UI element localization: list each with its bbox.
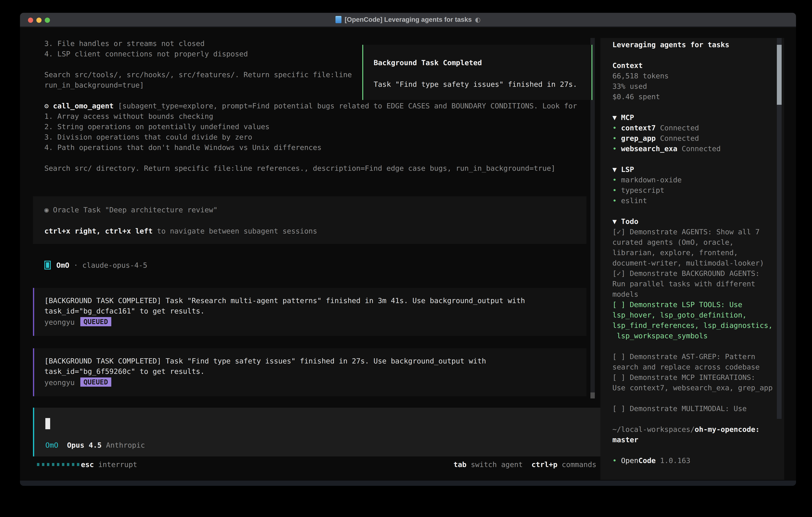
lsp-name: typescript [621,186,664,194]
mcp-item: • grep_app Connected [612,133,784,143]
todo-line: search and replace across codebase [612,362,784,372]
chevron-down-icon: ▼ [612,113,621,121]
lsp-item: • typescript [612,185,784,195]
todo-heading: Todo [621,217,638,225]
window-bottom-edge [20,481,796,486]
close-window-button[interactable] [28,18,33,23]
task-result-meta: yeongyuQUEUED [45,377,111,388]
todo-line: Use context7, websearch_exa, grep_app [612,383,784,393]
minimize-window-button[interactable] [36,18,41,23]
esc-key-label: esc [81,460,94,469]
spinner-icon [37,463,79,466]
workspace-path: ~/local-workspaces/oh-my-opencode: [612,424,784,435]
tool-call-list-item: 1. Array access without bounds checking [45,111,213,121]
workspace-branch: master [612,435,784,445]
agent-model: claude-opus-4-5 [82,261,147,269]
sidebar-scrollbar-thumb[interactable] [777,45,782,105]
log-line: run_in_background=true] [45,80,144,90]
task-result-meta: yeongyuQUEUED [45,317,111,327]
username: yeongyu [45,318,75,326]
input-model-name[interactable]: Opus 4.5 [67,440,102,451]
opencode-name-b: Code [638,456,656,465]
mcp-item: • websearch_exa Connected [612,143,784,154]
input-footer: OmO Opus 4.5 Anthropic [46,440,145,451]
opencode-version: 1.0.163 [656,456,690,465]
agent-chip: OmO · claude-opus-4-5 [45,261,147,270]
separator-dot: · [69,261,82,269]
workspace-path-prefix: ~/local-workspaces/ [612,425,695,433]
input-agent-name[interactable]: OmO [46,440,58,451]
queued-badge: QUEUED [80,317,111,326]
todo-section-header[interactable]: ▼ Todo [612,216,784,227]
status-dot-icon: • [612,456,621,465]
switch-agent-label: switch agent [467,460,523,469]
todo-line: [✓] Demonstrate AGENTS: Show all 7 [612,227,784,237]
session-sidebar: Leveraging agents for tasks Context 66,5… [601,38,784,480]
status-dot-icon: • [612,134,621,142]
lsp-name: markdown-oxide [621,176,682,184]
main-scrollbar-thumb[interactable] [590,392,595,399]
mcp-heading: MCP [621,113,634,121]
record-icon: ◉ [45,206,53,214]
gear-icon: ⚙ [45,102,53,110]
sidebar-session-title: Leveraging agents for tasks [612,39,784,50]
notification-title: Background Task Completed [374,58,482,68]
mcp-status: Connected [656,124,699,132]
todo-line-active: lsp_find_references, lsp_diagnostics, [612,320,784,331]
todo-line: [✓] Demonstrate BACKGROUND AGENTS: [612,268,784,279]
keyboard-shortcut: ctrl+x right, ctrl+x left [45,227,153,235]
context-used: 33% used [612,81,784,91]
background-task-notification: Background Task Completed Task "Find typ… [362,45,592,100]
todo-line: [ ] Demonstrate MCP INTEGRATIONS: [612,372,784,383]
shortcut-hints: tab switch agent ctrl+p commands [454,459,597,470]
window-title-group: [OpenCode] Leveraging agents for tasks ◐ [336,16,481,23]
status-dot-icon: • [612,196,621,205]
tool-call-name: call_omo_agent [53,102,114,110]
todo-line: models [612,289,784,299]
traffic-lights [28,18,50,23]
commands-label: commands [557,460,597,469]
opencode-name-a: Open [621,456,638,465]
workspace-repo: oh-my-opencode: [695,425,760,433]
tool-call-list-item: 3. Division operations that could divide… [45,132,252,142]
spacer [58,440,67,451]
status-dot-icon: • [612,176,621,184]
todo-line: curated agents (OmO, oracle, [612,237,784,247]
mcp-item: • context7 Connected [612,123,784,133]
sidebar-scrollbar[interactable] [777,38,782,419]
opencode-version-row: • OpenCode 1.0.163 [612,456,784,466]
lsp-heading: LSP [621,165,634,173]
context-spent: $0.46 spent [612,91,784,102]
task-result-line1: [BACKGROUND TASK COMPLETED] Task "Resear… [45,296,525,306]
oracle-task-title: Oracle Task "Deep architecture review" [53,206,218,214]
todo-line-active: [ ] Demonstrate LSP TOOLS: Use [612,299,784,310]
task-result-line1: [BACKGROUND TASK COMPLETED] Task "Find t… [45,356,486,366]
status-bar: esc interrupt tab switch agent ctrl+p co… [33,459,597,470]
context-heading: Context [612,60,784,71]
mcp-name: context7 [621,124,656,132]
notification-body: Task "Find type safety issues" finished … [374,79,577,89]
oracle-task-line: ◉ Oracle Task "Deep architecture review" [45,205,218,215]
half-circle-icon: ◐ [475,16,481,23]
omo-agent-icon [45,261,51,270]
input-provider-name: Anthropic [106,440,145,451]
log-line: Search src/tools/, src/hooks/, src/featu… [45,70,352,80]
task-result-block: [BACKGROUND TASK COMPLETED] Task "Resear… [33,288,586,336]
mcp-section-header[interactable]: ▼ MCP [612,112,784,123]
oracle-task-box: ◉ Oracle Task "Deep architecture review"… [33,196,586,244]
prompt-input[interactable]: OmO Opus 4.5 Anthropic [33,408,604,456]
lsp-section-header[interactable]: ▼ LSP [612,164,784,175]
lsp-item: • markdown-oxide [612,175,784,185]
agent-name: OmO [56,261,69,269]
spacer [523,460,531,469]
todo-line: librarian, explore, frontend, [612,247,784,258]
zoom-window-button[interactable] [45,18,50,23]
status-dot-icon: • [612,186,621,194]
ctrlp-key-label: ctrl+p [531,460,557,469]
opencode-document-icon [336,16,342,23]
interrupt-label: interrupt [94,460,137,469]
tool-call-tail: Search src/ directory. Return specific f… [45,163,555,173]
todo-line: [ ] Demonstrate MULTIMODAL: Use [612,404,784,414]
tool-call-line: ⚙ call_omo_agent [subagent_type=explore,… [45,101,577,111]
queued-badge: QUEUED [80,377,111,387]
